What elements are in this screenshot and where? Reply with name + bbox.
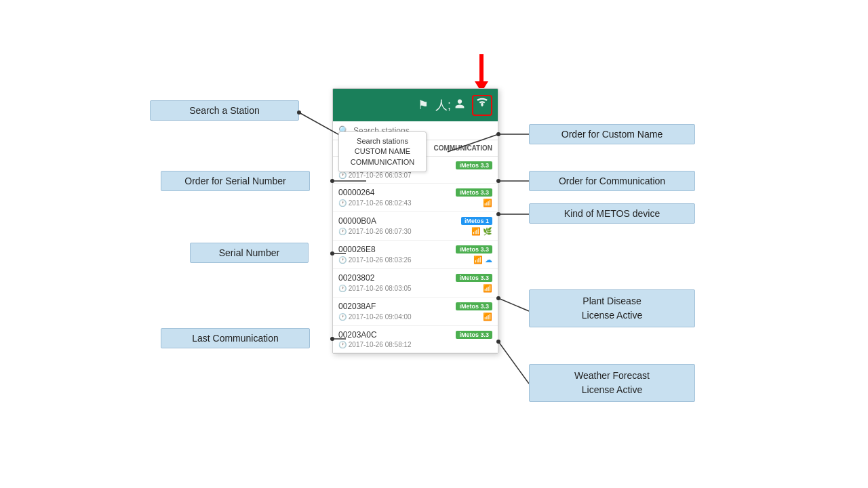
order-serial-label: Order for Serial Number [161, 171, 310, 191]
device-badge: iMetos 3.3 [456, 274, 492, 282]
station-id: 00203A0C [338, 330, 377, 340]
comm-icon: 📶 [471, 227, 481, 236]
order-comm-label: Order for Communication [529, 171, 695, 191]
comm-icon: 📶 [483, 312, 492, 321]
comm-icon: 📶 [473, 256, 483, 264]
station-date: 🕐 2017-10-26 06:03:07 [338, 171, 412, 179]
station-bottom: 🕐 2017-10-26 06:03:07 [338, 171, 492, 179]
weather-forecast-label: Weather ForecastLicense Active [529, 364, 695, 402]
table-row[interactable]: 00203A0C iMetos 3.3 🕐 2017-10-26 08:58:1… [333, 326, 498, 353]
search-tooltip: Search stations CUSTOM NAME COMMUNICATIO… [338, 131, 427, 172]
comm-icon: 📶 [483, 284, 492, 293]
station-top: 00203A0C iMetos 3.3 [338, 330, 492, 340]
table-row[interactable]: 002038AF iMetos 3.3 🕐 2017-10-26 09:04:0… [333, 298, 498, 326]
kind-metos-label: Kind of METOS device [529, 203, 695, 224]
device-badge: iMetos 1 [461, 217, 492, 225]
arrow-shaft [479, 54, 484, 81]
red-arrow [475, 54, 488, 92]
person-icon[interactable]: 人; [435, 97, 465, 113]
svg-line-16 [498, 298, 529, 311]
app-panel: ⚑ 人; 🔍 ~ ID [332, 88, 498, 354]
station-icons: 📶 [483, 312, 492, 321]
device-badge: iMetos 3.3 [456, 161, 492, 169]
device-badge: iMetos 3.3 [456, 245, 492, 253]
station-bottom: 🕐 2017-10-26 09:04:00 📶 [338, 312, 492, 321]
station-id: 00000B0A [338, 216, 376, 226]
station-icons: 📶 🌿 [471, 227, 492, 236]
station-date: 🕐 2017-10-26 08:58:12 [338, 341, 412, 348]
device-badge: iMetos 3.3 [456, 302, 492, 310]
station-icons: 📶 [483, 284, 492, 293]
station-date: 🕐 2017-10-26 09:04:00 [338, 313, 412, 321]
serial-number-label: Serial Number [190, 243, 309, 263]
weather-forecast-icon: ☁ [485, 256, 492, 264]
comm-icon: 📶 [483, 199, 492, 207]
flag-icon[interactable]: ⚑ [418, 98, 429, 113]
communication-column: COMMUNICATION [434, 144, 492, 152]
station-icons: 📶 [483, 199, 492, 207]
station-id: 000026E8 [338, 245, 376, 254]
station-top: 002038AF iMetos 3.3 [338, 302, 492, 311]
station-id: 00000264 [338, 188, 374, 197]
device-badge: iMetos 3.3 [456, 331, 492, 339]
table-row[interactable]: 00000B0A iMetos 1 🕐 2017-10-26 08:07:30 … [333, 212, 498, 241]
station-bottom: 🕐 2017-10-26 08:58:12 [338, 341, 492, 348]
wifi-icon[interactable] [472, 95, 492, 116]
station-id: 00203802 [338, 273, 374, 283]
station-top: 00203802 iMetos 3.3 [338, 273, 492, 283]
tooltip-line1: Search stations [346, 136, 419, 146]
station-date: 🕐 2017-10-26 08:03:05 [338, 285, 412, 292]
table-row[interactable]: 00203802 iMetos 3.3 🕐 2017-10-26 08:03:0… [333, 269, 498, 298]
station-date: 🕐 2017-10-26 08:07:30 [338, 228, 412, 235]
station-date: 🕐 2017-10-26 08:03:26 [338, 256, 412, 264]
station-date: 🕐 2017-10-26 08:02:43 [338, 199, 412, 207]
station-id: 002038AF [338, 302, 376, 311]
scene: ⚑ 人; 🔍 ~ ID [0, 0, 868, 488]
search-station-label: Search a Station [150, 100, 299, 121]
table-row[interactable]: 000026E8 iMetos 3.3 🕐 2017-10-26 08:03:2… [333, 241, 498, 269]
station-top: 000026E8 iMetos 3.3 [338, 245, 492, 254]
last-comm-label: Last Communication [161, 328, 310, 348]
station-bottom: 🕐 2017-10-26 08:07:30 📶 🌿 [338, 227, 492, 236]
plant-disease-icon: 🌿 [483, 227, 492, 236]
station-bottom: 🕐 2017-10-26 08:02:43 📶 [338, 199, 492, 207]
station-icons: 📶 ☁ [473, 256, 492, 264]
app-header: ⚑ 人; [333, 89, 498, 121]
tooltip-line3: COMMUNICATION [346, 157, 419, 167]
station-bottom: 🕐 2017-10-26 08:03:26 📶 ☁ [338, 256, 492, 264]
plant-disease-label: Plant DiseaseLicense Active [529, 289, 695, 327]
station-top: 00000B0A iMetos 1 [338, 216, 492, 226]
station-bottom: 🕐 2017-10-26 08:03:05 📶 [338, 284, 492, 293]
station-list: 00000146 iMetos 3.3 🕐 2017-10-26 06:03:0… [333, 157, 498, 353]
device-badge: iMetos 3.3 [456, 188, 492, 197]
tooltip-line2: CUSTOM NAME [346, 146, 419, 157]
order-custom-label: Order for Custom Name [529, 124, 695, 144]
svg-line-18 [498, 342, 529, 384]
table-row[interactable]: 00000264 iMetos 3.3 🕐 2017-10-26 08:02:4… [333, 184, 498, 212]
station-top: 00000264 iMetos 3.3 [338, 188, 492, 197]
